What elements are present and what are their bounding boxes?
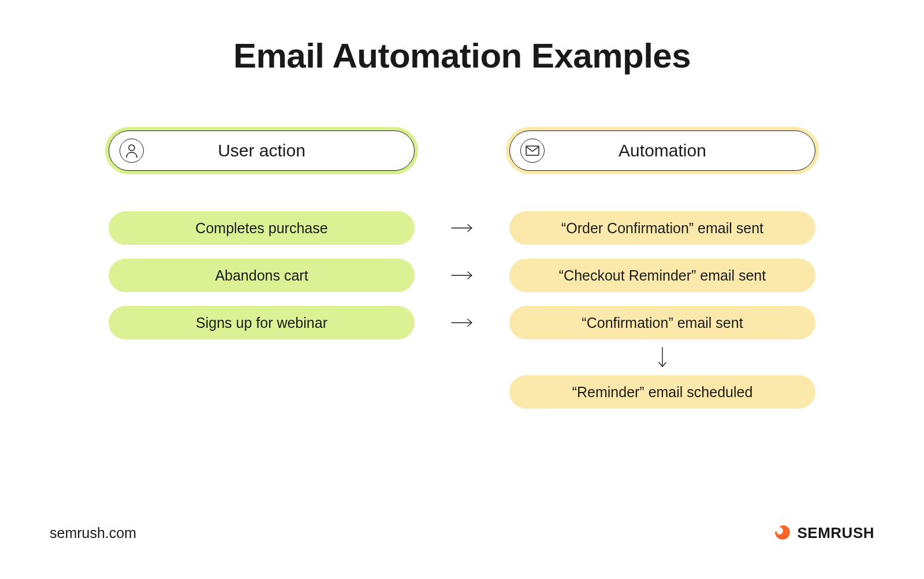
automation-item: “Confirmation” email sent [509,306,815,339]
automation-label: Automation [510,141,815,160]
footer-url: semrush.com [50,525,136,541]
user-action-item: Completes purchase [109,211,415,245]
user-action-item: Signs up for webinar [109,306,415,339]
automation-header: Automation [509,130,815,171]
user-action-label: User action [109,141,414,160]
arrow-right-icon [450,211,474,245]
flame-icon [772,522,792,543]
user-action-header: User action [109,130,415,171]
footer: semrush.com SEMRUSH [50,522,874,543]
brand-logo: SEMRUSH [772,522,874,543]
arrow-right-icon [450,306,474,339]
automation-item: “Reminder” email scheduled [509,375,815,409]
brand-name: SEMRUSH [797,524,874,542]
user-action-item: Abandons cart [109,259,415,292]
automation-item: “Checkout Reminder” email sent [509,259,815,292]
user-action-column: User action Completes purchase Abandons … [109,130,415,423]
automation-column: Automation “Order Confirmation” email se… [509,130,815,423]
diagram-body: User action Completes purchase Abandons … [0,130,924,423]
arrow-down-icon [509,344,815,371]
arrow-column [450,130,474,423]
automation-item: “Order Confirmation” email sent [509,211,815,245]
page-title: Email Automation Examples [0,0,924,76]
arrow-right-icon [450,259,474,292]
